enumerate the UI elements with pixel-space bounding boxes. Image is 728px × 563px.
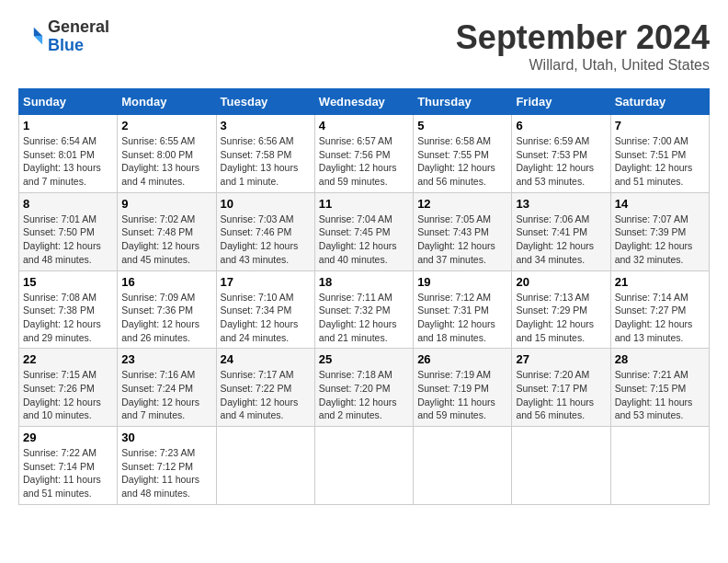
day-number: 16 [121,275,211,289]
calendar-cell [610,427,709,505]
day-info: Sunrise: 7:22 AMSunset: 7:14 PMDaylight:… [23,446,113,500]
calendar-cell: 17Sunrise: 7:10 AMSunset: 7:34 PMDayligh… [216,270,314,349]
calendar-cell: 30Sunrise: 7:23 AMSunset: 7:12 PMDayligh… [118,427,216,505]
day-number: 1 [23,119,113,132]
day-number: 14 [615,197,705,211]
calendar-cell: 23Sunrise: 7:16 AMSunset: 7:24 PMDayligh… [118,349,216,427]
day-number: 10 [221,197,311,211]
calendar-cell: 1Sunrise: 6:54 AMSunset: 8:01 PMDaylight… [19,115,118,193]
day-info: Sunrise: 7:08 AMSunset: 7:38 PMDaylight:… [23,291,113,345]
calendar-table: SundayMondayTuesdayWednesdayThursdayFrid… [18,88,710,505]
calendar-cell: 7Sunrise: 7:00 AMSunset: 7:51 PMDaylight… [610,115,709,193]
day-number: 15 [23,275,113,289]
calendar-cell: 8Sunrise: 7:01 AMSunset: 7:50 PMDaylight… [19,192,118,270]
day-number: 11 [319,197,409,211]
day-info: Sunrise: 6:57 AMSunset: 7:56 PMDaylight:… [319,134,409,189]
day-number: 7 [615,119,705,132]
day-number: 27 [516,352,606,366]
day-number: 13 [516,197,606,211]
calendar-cell: 24Sunrise: 7:17 AMSunset: 7:22 PMDayligh… [216,349,314,427]
day-number: 22 [23,352,113,366]
day-number: 20 [516,275,606,289]
day-number: 6 [516,119,606,132]
day-number: 23 [121,352,211,366]
header: General Blue September 2024 Willard, Uta… [18,18,710,74]
day-info: Sunrise: 6:58 AMSunset: 7:55 PMDaylight:… [417,134,507,189]
day-info: Sunrise: 7:05 AMSunset: 7:43 PMDaylight:… [417,213,507,267]
calendar-week-row: 1Sunrise: 6:54 AMSunset: 8:01 PMDaylight… [19,115,710,193]
day-info: Sunrise: 7:12 AMSunset: 7:31 PMDaylight:… [417,291,507,345]
calendar-cell: 3Sunrise: 6:56 AMSunset: 7:58 PMDaylight… [216,115,314,193]
day-info: Sunrise: 7:19 AMSunset: 7:19 PMDaylight:… [417,368,507,422]
calendar-week-row: 22Sunrise: 7:15 AMSunset: 7:26 PMDayligh… [19,349,710,427]
day-number: 25 [319,352,409,366]
day-info: Sunrise: 7:20 AMSunset: 7:17 PMDaylight:… [516,368,606,422]
logo-icon [18,24,44,50]
calendar-cell: 13Sunrise: 7:06 AMSunset: 7:41 PMDayligh… [512,192,610,270]
calendar-cell: 2Sunrise: 6:55 AMSunset: 8:00 PMDaylight… [118,115,216,193]
day-number: 2 [121,119,211,132]
calendar-cell: 5Sunrise: 6:58 AMSunset: 7:55 PMDaylight… [414,115,512,193]
calendar-cell: 18Sunrise: 7:11 AMSunset: 7:32 PMDayligh… [314,270,413,349]
calendar-cell: 22Sunrise: 7:15 AMSunset: 7:26 PMDayligh… [19,349,118,427]
location-title: Willard, Utah, United States [456,57,710,74]
calendar-cell: 27Sunrise: 7:20 AMSunset: 7:17 PMDayligh… [512,349,610,427]
calendar-cell: 14Sunrise: 7:07 AMSunset: 7:39 PMDayligh… [610,192,709,270]
day-info: Sunrise: 7:09 AMSunset: 7:36 PMDaylight:… [121,291,211,345]
day-info: Sunrise: 7:15 AMSunset: 7:26 PMDaylight:… [23,368,113,422]
day-info: Sunrise: 7:03 AMSunset: 7:46 PMDaylight:… [221,213,311,267]
day-info: Sunrise: 7:07 AMSunset: 7:39 PMDaylight:… [615,213,705,267]
day-info: Sunrise: 7:13 AMSunset: 7:29 PMDaylight:… [516,291,606,345]
day-info: Sunrise: 7:18 AMSunset: 7:20 PMDaylight:… [319,368,409,422]
calendar-cell: 15Sunrise: 7:08 AMSunset: 7:38 PMDayligh… [19,270,118,349]
day-info: Sunrise: 7:02 AMSunset: 7:48 PMDaylight:… [121,213,211,267]
calendar-body: 1Sunrise: 6:54 AMSunset: 8:01 PMDaylight… [19,115,710,505]
calendar-cell: 12Sunrise: 7:05 AMSunset: 7:43 PMDayligh… [414,192,512,270]
day-info: Sunrise: 7:10 AMSunset: 7:34 PMDaylight:… [221,291,311,345]
day-info: Sunrise: 7:01 AMSunset: 7:50 PMDaylight:… [23,213,113,267]
calendar-header-cell: Sunday [19,89,118,115]
calendar-cell: 21Sunrise: 7:14 AMSunset: 7:27 PMDayligh… [610,270,709,349]
day-info: Sunrise: 6:54 AMSunset: 8:01 PMDaylight:… [23,134,113,189]
day-number: 21 [615,275,705,289]
day-number: 29 [23,431,113,444]
day-info: Sunrise: 6:59 AMSunset: 7:53 PMDaylight:… [516,134,606,189]
calendar-cell [512,427,610,505]
day-info: Sunrise: 7:14 AMSunset: 7:27 PMDaylight:… [615,291,705,345]
calendar-cell: 11Sunrise: 7:04 AMSunset: 7:45 PMDayligh… [314,192,413,270]
calendar-cell: 10Sunrise: 7:03 AMSunset: 7:46 PMDayligh… [216,192,314,270]
day-number: 4 [319,119,409,132]
day-info: Sunrise: 7:06 AMSunset: 7:41 PMDaylight:… [516,213,606,267]
calendar-cell: 25Sunrise: 7:18 AMSunset: 7:20 PMDayligh… [314,349,413,427]
calendar-week-row: 29Sunrise: 7:22 AMSunset: 7:14 PMDayligh… [19,427,710,505]
calendar-header-row: SundayMondayTuesdayWednesdayThursdayFrid… [19,89,710,115]
calendar-header-cell: Monday [118,89,216,115]
calendar-cell [216,427,314,505]
calendar-cell: 6Sunrise: 6:59 AMSunset: 7:53 PMDaylight… [512,115,610,193]
calendar-cell: 4Sunrise: 6:57 AMSunset: 7:56 PMDaylight… [314,115,413,193]
day-number: 5 [417,119,507,132]
day-info: Sunrise: 7:00 AMSunset: 7:51 PMDaylight:… [615,134,705,189]
calendar-header-cell: Saturday [610,89,709,115]
day-info: Sunrise: 7:23 AMSunset: 7:12 PMDaylight:… [121,446,211,500]
day-info: Sunrise: 7:21 AMSunset: 7:15 PMDaylight:… [615,368,705,422]
calendar-cell: 16Sunrise: 7:09 AMSunset: 7:36 PMDayligh… [118,270,216,349]
day-number: 30 [121,431,211,444]
day-number: 24 [221,352,311,366]
calendar-week-row: 8Sunrise: 7:01 AMSunset: 7:50 PMDaylight… [19,192,710,270]
calendar-cell [314,427,413,505]
svg-marker-0 [34,28,42,36]
calendar-cell [414,427,512,505]
logo: General Blue [18,18,109,55]
calendar-header-cell: Tuesday [216,89,314,115]
day-number: 3 [221,119,311,132]
logo-line2: Blue [48,37,109,55]
day-info: Sunrise: 6:55 AMSunset: 8:00 PMDaylight:… [121,134,211,189]
day-number: 9 [121,197,211,211]
calendar-week-row: 15Sunrise: 7:08 AMSunset: 7:38 PMDayligh… [19,270,710,349]
calendar-header-cell: Wednesday [314,89,413,115]
svg-marker-1 [34,36,42,44]
calendar-cell: 28Sunrise: 7:21 AMSunset: 7:15 PMDayligh… [610,349,709,427]
day-info: Sunrise: 7:11 AMSunset: 7:32 PMDaylight:… [319,291,409,345]
calendar-header-cell: Friday [512,89,610,115]
